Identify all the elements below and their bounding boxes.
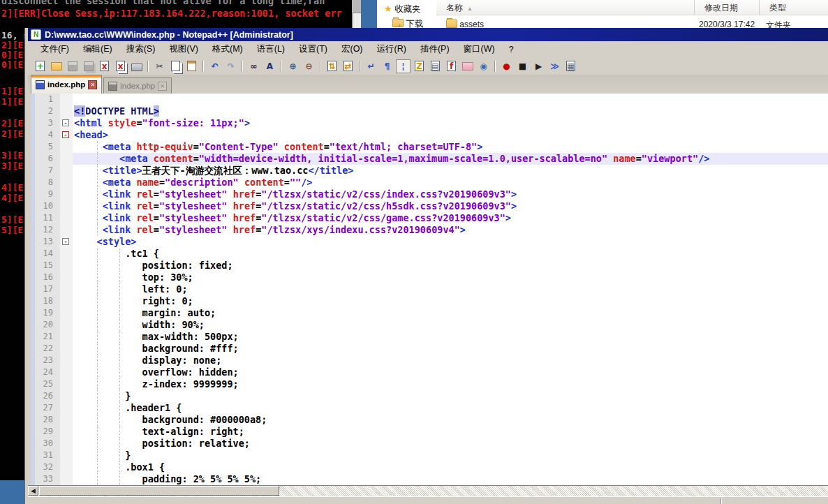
indent-guide [97,188,98,200]
cut-icon[interactable]: ✂ [152,59,167,73]
word-wrap-icon[interactable]: ↵ [364,59,378,73]
zoom-in-icon[interactable]: ⊕ [286,59,300,73]
zoom-out-icon[interactable]: ⊖ [302,59,316,73]
monitoring-icon-glyph: ◉ [480,62,487,71]
code-line-28: 28 background: #000000a8; [31,414,828,426]
indent-guide-icon[interactable]: ¦ [396,59,411,73]
close-file-icon[interactable]: x [97,59,112,73]
h-scrollbar-thumb[interactable] [39,486,279,496]
tab-index.php-1[interactable]: index.php✕ [103,77,172,94]
user-define-dialog-icon[interactable]: Z [412,59,427,73]
menu-item[interactable]: 宏(O) [334,41,370,57]
record-macro-icon[interactable]: ● [499,59,514,73]
menu-item[interactable]: 搜索(S) [119,41,163,57]
token: } [74,390,131,401]
toolbar-separator [359,61,360,72]
document-map-icon[interactable]: ▤ [428,59,443,73]
line-number: 25 [35,378,60,390]
token: /> [301,177,312,188]
code-text: <link rel="stylesheet" href="/tlzsx/stat… [73,212,828,224]
undo-icon[interactable]: ↶ [207,59,222,73]
menu-item[interactable]: 视图(V) [162,41,205,57]
token: <meta [103,177,137,188]
menu-item[interactable]: 格式(M) [205,41,250,57]
code-line-26: 26 } [31,390,828,402]
fold-margin [60,260,73,272]
console-log-fragment: 2][E [1,40,23,50]
column-header-name[interactable]: 名称▲ [436,0,695,15]
stop-macro-icon[interactable]: ■ [515,59,530,73]
folder-as-workspace-icon[interactable] [460,59,475,73]
title-bar[interactable]: N D:\www.tao.cc\WWW\index.php - Notepad+… [28,28,828,41]
fold-margin: - [60,117,73,129]
token [228,212,233,223]
token: "/tlzsx/static/v2/css/h5sdk.css?v2019060… [261,200,511,212]
fold-collapse-icon[interactable]: - [62,238,69,245]
console-log-fragment: 0][E [1,50,23,60]
fold-collapse-icon[interactable]: - [62,119,69,126]
menu-item[interactable]: 编辑(E) [76,41,119,57]
line-number: 15 [35,260,60,272]
code-line-23: 23 display: none; [31,355,828,366]
paste-icon[interactable] [184,59,199,73]
monitoring-icon[interactable]: ◉ [476,59,491,73]
show-all-chars-icon[interactable]: ¶ [380,59,394,73]
token: "/tlzsx/static/v2/css/index.css?v2019060… [261,188,511,200]
token: <style> [97,236,137,247]
close-all-icon[interactable]: x [113,59,128,73]
token: .tc1 { [74,248,159,259]
console-error-line: 2][ERR]Close Sess,ip:117.183.164.222,rea… [1,8,342,18]
play-macro-icon[interactable]: ▶ [531,59,546,73]
fold-margin [60,426,73,438]
code-line-25: 25 z-index: 9999999; [31,378,828,390]
token: "font-size: 11px;" [142,117,244,128]
redo-icon[interactable]: ↷ [223,59,238,73]
tab-index.php-0[interactable]: index.php✕ [31,75,102,94]
menu-item[interactable]: ? [502,43,521,57]
token: <title> [103,165,142,176]
save-file-icon[interactable] [65,59,80,73]
find-icon[interactable]: ∞ [246,59,261,73]
menu-item[interactable]: 语言(L) [250,41,292,57]
run-macro-multiple-icon[interactable]: ≫ [547,59,562,73]
token: rel [136,212,153,223]
token: rel [136,188,153,200]
menu-item[interactable]: 设置(T) [292,41,334,57]
menu-item[interactable]: 插件(P) [413,41,457,57]
save-all-icon[interactable] [81,59,96,73]
editor[interactable]: 12<!DOCTYPE HTML>3-<html style="font-siz… [31,94,828,485]
save-macro-icon[interactable]: ▦ [563,59,578,73]
scroll-left-arrow-icon[interactable]: ◀ [28,486,38,496]
menu-item[interactable]: 文件(F) [34,41,76,57]
open-file-icon[interactable] [49,59,64,73]
indent-guide [97,366,98,378]
column-header-date[interactable]: 修改日期 [695,0,760,15]
downloads-label: 下载 [406,19,423,29]
menu-item[interactable]: 运行(R) [370,41,413,57]
sync-horizontal-icon[interactable]: ⇄ [341,59,355,73]
line-number: 33 [35,473,60,485]
console-scrollbar[interactable] [352,0,361,29]
copy-icon[interactable] [168,59,183,73]
favorites-label: 收藏夹 [394,4,421,14]
code-text [73,94,828,105]
code-text: background: #000000a8; [73,414,828,426]
indent-guide [97,165,98,177]
indent-guide [97,248,98,260]
tab-close-icon[interactable]: ✕ [88,80,97,89]
h-scrollbar[interactable]: ◀ [28,485,828,496]
print-icon[interactable] [129,59,144,73]
column-header-type[interactable]: 类型 [760,0,828,15]
sync-vertical-icon[interactable]: ⇅ [325,59,339,73]
token [228,224,233,235]
line-number: 30 [35,438,60,450]
tab-close-icon[interactable]: ✕ [158,82,167,91]
replace-icon[interactable]: A [263,59,277,73]
explorer-favorites[interactable]: ★ 收藏夹 [384,3,421,15]
function-list-icon[interactable]: f [444,59,459,73]
new-file-icon[interactable]: + [33,59,47,73]
token: content [154,153,193,164]
menu-item[interactable]: 窗口(W) [457,41,502,57]
fold-collapse-icon[interactable]: - [62,131,69,138]
token: > [511,188,517,200]
